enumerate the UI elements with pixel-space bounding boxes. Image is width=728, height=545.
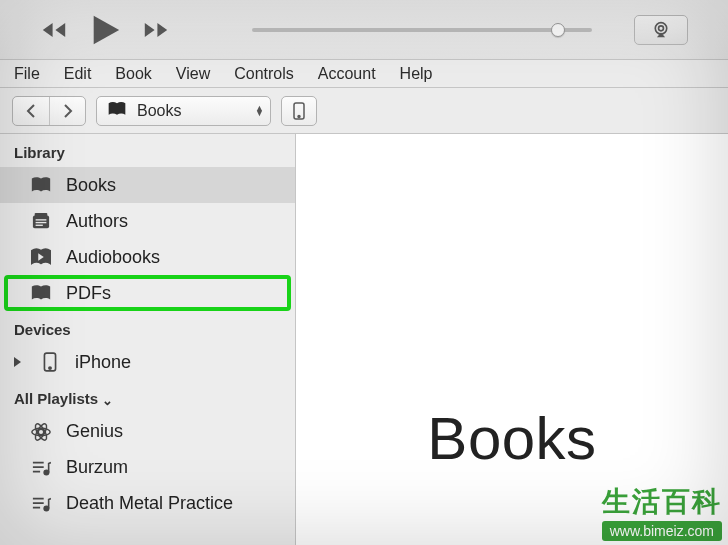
- menu-view[interactable]: View: [176, 65, 210, 83]
- disclosure-triangle-icon[interactable]: [14, 357, 21, 367]
- audiobook-icon: [30, 246, 52, 268]
- next-track-button[interactable]: [142, 20, 170, 40]
- sidebar-item-label: PDFs: [66, 283, 111, 304]
- page-title: Books: [427, 404, 596, 473]
- chevron-updown-icon: ▲▼: [255, 106, 264, 116]
- device-button[interactable]: [281, 96, 317, 126]
- sidebar-item-label: Audiobooks: [66, 247, 160, 268]
- volume-slider-thumb[interactable]: [551, 23, 565, 37]
- svg-rect-4: [33, 216, 49, 229]
- previous-track-button[interactable]: [40, 20, 68, 40]
- back-button[interactable]: [13, 97, 49, 125]
- airplay-button[interactable]: [634, 15, 688, 45]
- watermark-url: www.bimeiz.com: [602, 521, 722, 541]
- playlist-icon: [30, 457, 52, 479]
- books-icon: [30, 282, 52, 304]
- menu-account[interactable]: Account: [318, 65, 376, 83]
- volume-slider[interactable]: [252, 28, 592, 32]
- main-panel: Books 生活百科 www.bimeiz.com: [296, 134, 728, 545]
- sidebar-item-label: iPhone: [75, 352, 131, 373]
- menu-book[interactable]: Book: [115, 65, 151, 83]
- forward-button[interactable]: [49, 97, 85, 125]
- sidebar-item-iphone[interactable]: iPhone: [0, 344, 295, 380]
- menu-file[interactable]: File: [14, 65, 40, 83]
- sidebar: Library Books Authors Audiobooks PDFs: [0, 134, 296, 545]
- playback-controls: [40, 13, 170, 47]
- svg-rect-7: [36, 222, 47, 223]
- sidebar-item-label: Authors: [66, 211, 128, 232]
- sidebar-section-library: Library: [0, 134, 295, 167]
- sidebar-item-books[interactable]: Books: [0, 167, 295, 203]
- sidebar-item-audiobooks[interactable]: Audiobooks: [0, 239, 295, 275]
- svg-rect-6: [36, 219, 47, 220]
- sidebar-item-label: Genius: [66, 421, 123, 442]
- sidebar-item-burzum[interactable]: Burzum: [0, 450, 295, 486]
- menu-bar: File Edit Book View Controls Account Hel…: [0, 60, 728, 88]
- svg-rect-5: [35, 213, 48, 217]
- sidebar-section-devices: Devices: [0, 311, 295, 344]
- authors-icon: [30, 210, 52, 232]
- play-button[interactable]: [88, 13, 122, 47]
- iphone-icon: [39, 351, 61, 373]
- media-type-selector[interactable]: Books ▲▼: [96, 96, 271, 126]
- nav-group: [12, 96, 86, 126]
- sidebar-item-label: Books: [66, 175, 116, 196]
- menu-edit[interactable]: Edit: [64, 65, 92, 83]
- books-icon: [107, 101, 127, 121]
- books-icon: [30, 174, 52, 196]
- playback-bar: [0, 0, 728, 60]
- sidebar-item-label: Death Metal Practice: [66, 493, 233, 514]
- sidebar-item-label: Burzum: [66, 457, 128, 478]
- content-area: Library Books Authors Audiobooks PDFs: [0, 134, 728, 545]
- sidebar-item-dmp[interactable]: Death Metal Practice: [0, 486, 295, 522]
- svg-point-10: [49, 367, 51, 369]
- svg-point-11: [38, 429, 44, 435]
- sidebar-section-playlists[interactable]: All Playlists: [0, 380, 295, 414]
- svg-point-1: [659, 25, 664, 30]
- svg-rect-8: [36, 225, 43, 226]
- toolbar: Books ▲▼: [0, 88, 728, 134]
- svg-point-0: [655, 22, 666, 33]
- playlist-icon: [30, 493, 52, 515]
- sidebar-item-genius[interactable]: Genius: [0, 414, 295, 450]
- genius-icon: [30, 421, 52, 443]
- menu-controls[interactable]: Controls: [234, 65, 294, 83]
- menu-help[interactable]: Help: [400, 65, 433, 83]
- media-selector-label: Books: [137, 102, 181, 120]
- svg-point-3: [298, 115, 300, 117]
- sidebar-item-authors[interactable]: Authors: [0, 203, 295, 239]
- sidebar-item-pdfs[interactable]: PDFs: [4, 275, 291, 311]
- watermark-text: 生活百科: [602, 483, 722, 521]
- watermark: 生活百科 www.bimeiz.com: [602, 483, 722, 541]
